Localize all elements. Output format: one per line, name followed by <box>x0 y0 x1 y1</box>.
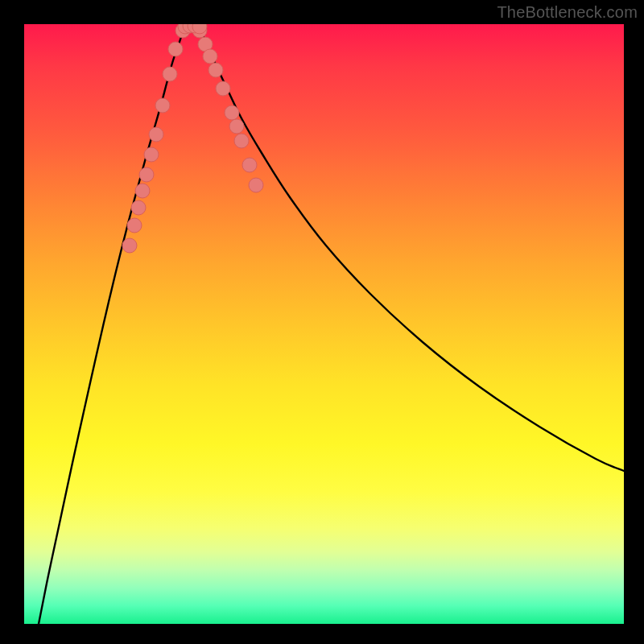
data-marker <box>225 105 239 120</box>
outer-frame: TheBottleneck.com <box>0 0 644 644</box>
data-marker <box>234 134 249 148</box>
data-marker <box>144 147 159 162</box>
data-marker <box>203 49 217 64</box>
plot-area <box>24 24 624 624</box>
watermark-text: TheBottleneck.com <box>497 3 638 22</box>
curve-layer <box>24 24 624 624</box>
data-marker <box>229 119 244 134</box>
curve-right-curve <box>197 27 624 471</box>
data-marker <box>208 63 223 77</box>
data-marker <box>168 42 183 56</box>
data-marker <box>149 127 163 142</box>
data-marker <box>122 238 137 253</box>
data-marker <box>155 98 170 113</box>
data-marker <box>135 184 150 198</box>
curve-left-curve <box>39 27 185 624</box>
data-marker <box>242 158 257 172</box>
data-marker <box>163 67 177 81</box>
data-marker <box>216 81 230 96</box>
data-marker <box>139 167 154 182</box>
data-marker <box>131 200 146 215</box>
data-marker <box>127 218 142 233</box>
data-marker <box>249 178 263 192</box>
